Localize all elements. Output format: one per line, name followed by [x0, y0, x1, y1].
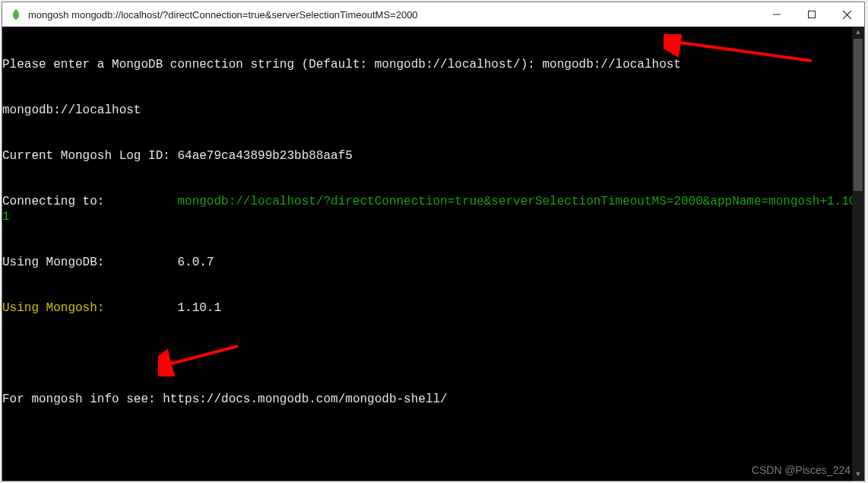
- titlebar[interactable]: mongosh mongodb://localhost/?directConne…: [2, 2, 864, 27]
- scroll-down-icon[interactable]: ▼: [852, 469, 864, 481]
- log-id-label: Current Mongosh Log ID:: [2, 149, 177, 163]
- connstring-echo: mongodb://localhost: [2, 103, 141, 117]
- window-title: mongosh mongodb://localhost/?directConne…: [28, 9, 759, 21]
- terminal-scrollbar[interactable]: ▲ ▼: [852, 27, 864, 481]
- scroll-up-icon[interactable]: ▲: [852, 27, 864, 39]
- close-button[interactable]: [829, 2, 864, 27]
- app-icon: [8, 7, 24, 22]
- log-id-value: 64ae79ca43899b23bb88aaf5: [177, 149, 352, 163]
- using-mongodb-value: 6.0.7: [177, 256, 214, 269]
- connecting-label: Connecting to:: [2, 195, 104, 208]
- maximize-button[interactable]: [794, 2, 829, 27]
- minimize-button[interactable]: [759, 2, 794, 27]
- mongosh-info-line: For mongosh info see: https://docs.mongo…: [2, 392, 448, 406]
- terminal-window: mongosh mongodb://localhost/?directConne…: [2, 2, 865, 481]
- terminal-viewport[interactable]: Please enter a MongoDB connection string…: [2, 27, 864, 481]
- svg-rect-1: [809, 11, 816, 18]
- watermark: CSDN @Pisces_224: [752, 462, 851, 478]
- using-mongodb-label: Using MongoDB:: [2, 256, 104, 269]
- connstring-prompt-label: Please enter a MongoDB connection string…: [2, 58, 543, 71]
- using-mongosh-label: Using Mongosh:: [2, 301, 104, 315]
- connstring-input: mongodb://localhost: [543, 58, 681, 71]
- scrollbar-thumb[interactable]: [854, 39, 863, 191]
- using-mongosh-value: 1.10.1: [177, 301, 221, 315]
- window-controls: [759, 2, 864, 27]
